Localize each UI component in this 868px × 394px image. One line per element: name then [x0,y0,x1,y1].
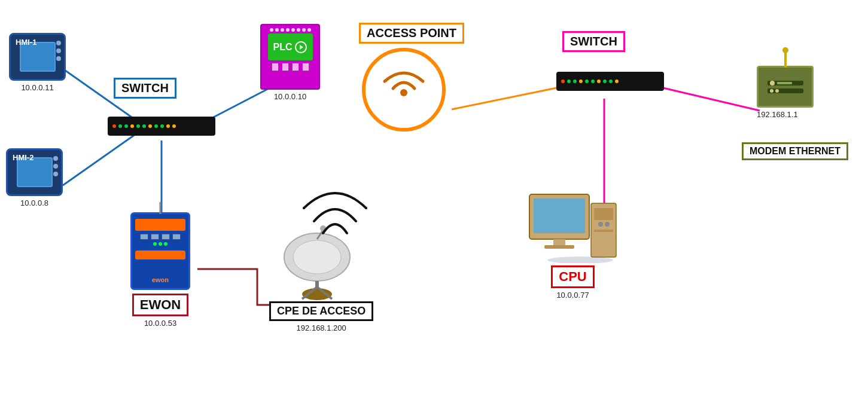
svg-rect-20 [553,239,565,245]
switch-left-label: SWITCH [114,78,176,99]
modem-knob1 [770,81,775,85]
hmi1-btn2 [56,48,61,53]
network-diagram: HMI-1 10.0.0.11 HMI-2 10.0.0.8 SWITCH [0,0,868,394]
plc-port3 [292,63,299,71]
svg-point-24 [598,222,603,227]
ewon-port1 [140,234,148,240]
modem-label-box: MODEM ETHERNET [742,142,848,160]
cpe-device: CPE DE ACCESO 192.168.1.200 [269,221,373,332]
modem-device: 192.168.1.1 [757,66,814,119]
switch-right-power-led [561,80,565,83]
switch-left-led1 [118,124,122,128]
modem-stripe1 [768,81,803,85]
ewon-antenna [160,202,162,214]
ewon-port3 [162,234,170,240]
ewon-ports [140,234,181,240]
svg-point-25 [605,222,610,227]
ap-circle [362,48,446,132]
plc-ports [272,63,309,71]
switch-right-led1 [567,80,571,83]
switch-right-box [556,72,664,91]
switch-right-label: SWITCH [562,31,625,52]
plc-dot3 [281,28,284,32]
ewon-orange-bar2 [135,251,185,259]
switch-left-led5 [142,124,146,128]
modem-stripes [768,81,803,93]
cpu-ip: 10.0.0.77 [556,291,589,300]
switch-left-led10 [172,124,176,128]
switch-left-power-led [112,124,116,128]
hmi1-title: HMI-1 [16,38,36,47]
plc-top-dots [270,28,311,32]
svg-point-11 [293,240,341,274]
plc-box: PLC [260,24,320,90]
switch-right-device [556,72,664,91]
hmi1-buttons [56,41,61,61]
plc-dot1 [270,28,273,32]
plc-dot8 [307,28,311,32]
hmi1-box: HMI-1 [9,33,66,81]
hmi2-title: HMI-2 [13,153,33,162]
ewon-leds [153,242,167,246]
ap-wifi-icon [374,60,434,120]
plc-dot7 [302,28,306,32]
svg-marker-8 [300,45,303,50]
hmi2-ip: 10.0.0.8 [20,198,48,207]
switch-right-led5 [591,80,595,83]
modem-antenna [784,51,787,68]
ewon-box: ewon [130,212,190,290]
switch-left-led3 [130,124,134,128]
ewon-led3 [164,242,167,246]
hmi2-btn2 [53,164,58,169]
modem-stripe2 [768,88,803,93]
hmi1-btn1 [56,41,61,45]
plc-dot6 [297,28,300,32]
ewon-inner-label: ewon [152,276,169,283]
ewon-port2 [151,234,159,240]
switch-left-led4 [136,124,140,128]
svg-rect-26 [594,230,613,232]
hmi1-btn3 [56,56,61,61]
switch-left-box [108,117,215,136]
switch-left-device [108,117,215,136]
plc-label: PLC [273,42,293,53]
switch-right-led3 [579,80,583,83]
svg-line-6 [658,87,760,111]
switch-left-led7 [154,124,158,128]
ewon-label: EWON [132,294,188,316]
plc-device: PLC 10.0.0.10 [260,24,320,101]
modem-label: MODEM ETHERNET [742,142,848,160]
switch-right-led9 [615,80,619,83]
hmi1-device: HMI-1 10.0.0.11 [9,33,66,92]
plc-green-panel: PLC [268,33,313,60]
switch-left-label-box: SWITCH [114,78,176,99]
svg-rect-19 [534,198,585,233]
hmi1-ip: 10.0.0.11 [21,83,53,92]
plc-port4 [302,63,309,71]
cpu-device: CPU 10.0.0.77 [526,191,619,300]
svg-rect-23 [594,208,613,220]
ewon-device: ewon EWON 10.0.0.53 [130,212,190,328]
plc-dot4 [286,28,290,32]
ewon-orange-bar [135,219,185,231]
switch-left-led8 [160,124,164,128]
plc-ip: 10.0.0.10 [274,92,306,101]
switch-right-led7 [603,80,607,83]
switch-left-led2 [124,124,128,128]
hmi2-buttons [53,156,58,176]
switch-right-label-box: SWITCH [562,31,625,52]
access-point-label: ACCESS POINT [359,23,464,44]
switch-right-led4 [585,80,589,83]
svg-line-1 [63,129,144,185]
svg-line-4 [452,87,562,109]
hmi2-btn3 [53,172,58,176]
plc-port1 [272,63,279,71]
plc-port2 [282,63,289,71]
switch-left-led6 [148,124,152,128]
switch-left-led9 [166,124,170,128]
plc-dot5 [291,28,295,32]
access-point-label-box: ACCESS POINT [359,23,464,44]
svg-point-9 [400,89,407,96]
cpu-label: CPU [551,265,594,288]
modem-box [757,66,814,108]
